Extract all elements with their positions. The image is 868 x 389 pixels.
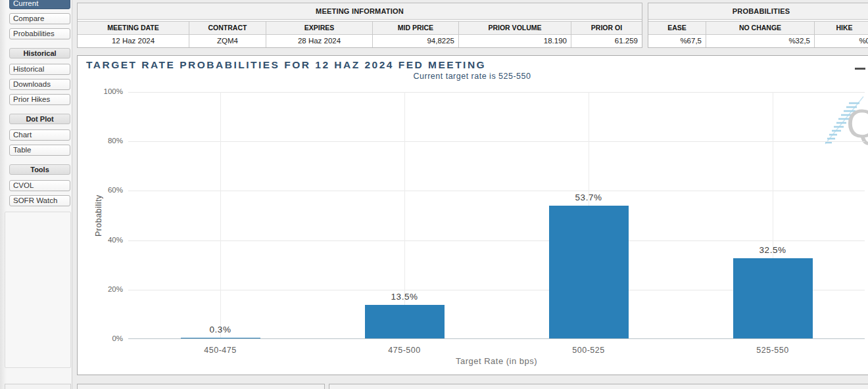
sidebar-empty-panel	[5, 212, 71, 368]
bar-value-label: 32.5%	[760, 245, 786, 255]
chart-menu-button[interactable]	[855, 63, 867, 72]
x-axis-title: Target Rate (in bps)	[128, 356, 865, 366]
sidebar-item-current[interactable]: Current	[9, 0, 70, 9]
meeting-cell-prior-oi: 61.259	[571, 35, 642, 47]
x-category-label: 500-525	[572, 346, 604, 355]
sidebar-item-compare[interactable]: Compare	[9, 13, 70, 24]
probabilities-column-header-ease: EASE	[648, 22, 706, 34]
x-axis-line	[128, 338, 865, 339]
sidebar-section-historical: Historical	[9, 48, 70, 58]
sidebar-item-sofr-watch[interactable]: SOFR Watch	[9, 195, 70, 206]
sidebar-nav-list: CurrentCompareProbabilitiesHistoricalHis…	[0, 0, 72, 206]
bar-value-label: 53.7%	[575, 193, 602, 202]
meeting-information-data-row: 12 Haz 2024ZQM428 Haz 202494,822518.1906…	[78, 35, 642, 47]
meeting-cell-expires: 28 Haz 2024	[266, 35, 373, 47]
probabilities-table: PROBABILITIES EASENO CHANGEHIKE %67,5%32…	[648, 3, 868, 48]
x-category-label: 475-500	[388, 346, 420, 355]
plot-area: Probability Target Rate (in bps) 0%20%40…	[128, 92, 865, 339]
sidebar-item-table[interactable]: Table	[9, 145, 70, 156]
meeting-column-header-mid-price: MID PRICE	[373, 22, 459, 34]
chart-subtitle: Current target rate is 525-550	[78, 72, 867, 81]
meeting-cell-mid-price: 94,8225	[373, 35, 459, 47]
sidebar-section-tools: Tools	[9, 164, 70, 175]
sidebar-section-dot-plot: Dot Plot	[9, 114, 70, 124]
horizontal-gridline	[128, 240, 865, 241]
y-tick-label: 20%	[90, 285, 123, 293]
horizontal-gridline	[128, 92, 865, 93]
meeting-column-header-expires: EXPIRES	[266, 22, 373, 34]
y-tick-label: 0%	[90, 334, 123, 342]
sidebar-item-historical[interactable]: Historical	[9, 64, 70, 75]
vertical-gridline	[220, 92, 221, 338]
bar-value-label: 13.5%	[391, 292, 418, 302]
meeting-column-header-meeting-date: MEETING DATE	[78, 22, 189, 34]
probabilities-title: PROBABILITIES	[648, 3, 868, 20]
y-axis-title: Probability	[94, 92, 103, 339]
meeting-information-table: MEETING INFORMATION MEETING DATECONTRACT…	[77, 3, 642, 48]
probabilities-cell-hike: %0	[815, 35, 868, 47]
probabilities-cell-ease: %67,5	[648, 35, 706, 47]
x-category-label: 450-475	[204, 346, 236, 355]
chart-title: TARGET RATE PROBABILITIES FOR 12 HAZ 202…	[86, 59, 486, 71]
bar-value-label: 0.3%	[210, 325, 231, 334]
sidebar-item-downloads[interactable]: Downloads	[9, 79, 70, 90]
bottom-right-partial-panel	[329, 384, 868, 389]
x-category-label: 525-550	[756, 346, 788, 355]
meeting-cell-meeting-date: 12 Haz 2024	[78, 35, 189, 47]
meeting-column-header-prior-oi: PRIOR OI	[571, 22, 642, 34]
meeting-cell-contract: ZQM4	[189, 35, 266, 47]
meeting-information-title: MEETING INFORMATION	[78, 3, 642, 20]
sidebar-item-chart[interactable]: Chart	[9, 129, 70, 141]
horizontal-gridline	[128, 191, 865, 191]
meeting-cell-prior-volume: 18.190	[459, 35, 571, 47]
horizontal-gridline	[128, 141, 865, 142]
probability-bar-525-550[interactable]	[733, 258, 813, 338]
chart-panel: TARGET RATE PROBABILITIES FOR 12 HAZ 202…	[77, 55, 868, 375]
y-tick-label: 100%	[90, 87, 123, 95]
probabilities-data-row: %67,5%32,5%0	[648, 35, 868, 47]
meeting-column-header-contract: CONTRACT	[189, 22, 266, 34]
probability-bar-475-500[interactable]	[365, 305, 445, 338]
probabilities-column-header-hike: HIKE	[815, 22, 868, 34]
probability-bar-450-475[interactable]	[181, 338, 260, 338]
sidebar-item-cvol[interactable]: CVOL	[9, 180, 70, 191]
bottom-left-partial-panel	[77, 384, 325, 389]
y-tick-label: 80%	[90, 137, 123, 145]
sidebar-item-probabilities[interactable]: Probabilities	[9, 28, 70, 39]
y-tick-label: 40%	[90, 236, 123, 244]
probabilities-cell-no-change: %32,5	[706, 35, 815, 47]
sidebar: CurrentCompareProbabilitiesHistoricalHis…	[0, 0, 72, 389]
y-tick-label: 60%	[90, 186, 123, 194]
probabilities-header-row: EASENO CHANGEHIKE	[648, 21, 868, 35]
meeting-information-header-row: MEETING DATECONTRACTEXPIRESMID PRICEPRIO…	[78, 21, 642, 35]
probabilities-column-header-no-change: NO CHANGE	[706, 22, 815, 34]
meeting-column-header-prior-volume: PRIOR VOLUME	[459, 22, 571, 34]
sidebar-item-prior-hikes[interactable]: Prior Hikes	[9, 94, 70, 105]
hamburger-menu-icon	[855, 68, 865, 70]
probability-bar-500-525[interactable]	[549, 206, 629, 338]
sidebar-bottom-partial-panel	[5, 384, 71, 389]
